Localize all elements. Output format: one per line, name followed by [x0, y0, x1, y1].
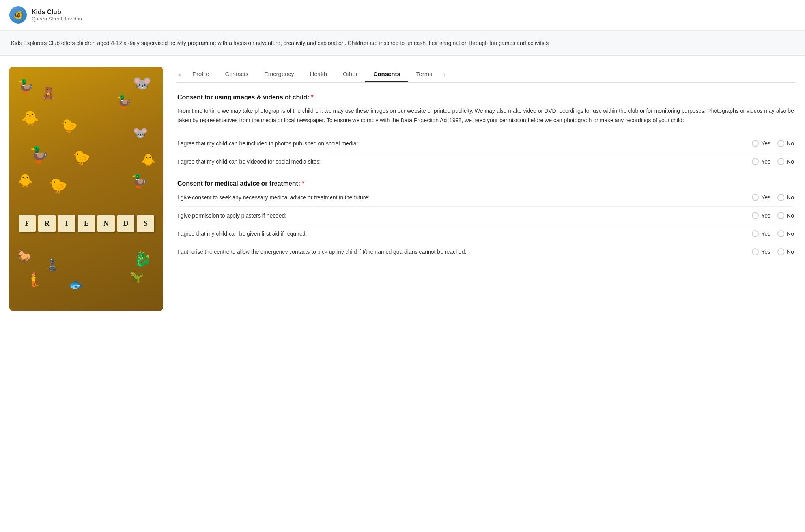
consent-row-social-photos: I agree that my child can be included in… [177, 135, 794, 153]
tab-navigation: ‹ Profile Contacts Emergency Health Othe… [176, 67, 796, 83]
radio-yes-medical-advice[interactable]: Yes [752, 194, 770, 201]
radio-circle-no-pickup[interactable] [777, 248, 784, 255]
radio-circle-no-med[interactable] [777, 194, 784, 201]
radio-yes-plasters[interactable]: Yes [752, 212, 770, 219]
radio-circle-yes-pickup[interactable] [752, 248, 759, 255]
friends-tile-f: F [19, 215, 36, 232]
images-section: Consent for using images & videos of chi… [177, 94, 794, 171]
tab-other[interactable]: Other [335, 67, 366, 82]
tab-next-arrow[interactable]: › [440, 67, 449, 82]
radio-circle-yes-firstaid[interactable] [752, 230, 759, 237]
radio-yes-social-video[interactable]: Yes [752, 158, 770, 165]
consent-text-social-photos: I agree that my child can be included in… [177, 140, 752, 148]
radio-group-social-photos: Yes No [752, 140, 794, 147]
main-layout: 🦆 🧸 🐭 🦆 🐥 🐤 🐭 🦆 🐤 🐥 🐥 🐤 🦆 FRIENDS 🐎 ♟️ 🐉… [0, 56, 805, 322]
consent-text-first-aid: I agree that my child can be given first… [177, 230, 752, 238]
radio-circle-yes-video[interactable] [752, 158, 759, 165]
tab-health[interactable]: Health [302, 67, 335, 82]
description-text: Kids Explorers Club offers children aged… [11, 40, 549, 46]
radio-circle-no-firstaid[interactable] [777, 230, 784, 237]
required-star-medical: * [302, 180, 304, 187]
right-content: ‹ Profile Contacts Emergency Health Othe… [176, 67, 796, 261]
friends-tiles: FRIENDS [19, 215, 154, 232]
tab-emergency[interactable]: Emergency [256, 67, 302, 82]
toy-duck2: 🦆 [116, 94, 132, 109]
toy-minnie: 🐭 [133, 126, 148, 140]
friends-tile-d: D [117, 215, 134, 232]
toy-horse: 🐎 [17, 249, 33, 264]
tab-contacts[interactable]: Contacts [217, 67, 256, 82]
tab-prev-arrow[interactable]: ‹ [176, 67, 185, 82]
toy-knight: ♟️ [45, 258, 60, 272]
toy-duck4: 🐤 [61, 118, 77, 134]
consent-row-medical-advice: I give consent to seek any necessary med… [177, 189, 794, 207]
radio-no-first-aid[interactable]: No [777, 230, 794, 237]
radio-circle-yes-photos[interactable] [752, 140, 759, 147]
radio-group-pickup: Yes No [752, 248, 794, 255]
radio-circle-yes-med[interactable] [752, 194, 759, 201]
toy-dragon: 🐉 [134, 251, 151, 268]
hero-image: 🦆 🧸 🐭 🦆 🐥 🐤 🐭 🦆 🐤 🐥 🐥 🐤 🦆 FRIENDS 🐎 ♟️ 🐉… [9, 67, 163, 311]
consent-text-plasters: I give permission to apply plasters if n… [177, 212, 752, 220]
toy-chick: 🐤 [73, 149, 90, 166]
toy-mermaid: 🧜 [25, 272, 42, 287]
toy-duck5: 🦆 [29, 145, 49, 164]
radio-no-pickup[interactable]: No [777, 248, 794, 255]
org-logo: 🐠 [9, 6, 27, 24]
toy-duck3: 🐥 [21, 110, 39, 126]
friends-tile-r: R [38, 215, 56, 232]
consent-row-plasters: I give permission to apply plasters if n… [177, 207, 794, 225]
toy-yellow1: 🐥 [17, 173, 33, 188]
toy-fish: 🐟 [69, 277, 83, 291]
consent-text-medical-advice: I give consent to seek any necessary med… [177, 193, 752, 202]
description-banner: Kids Explorers Club offers children aged… [0, 30, 805, 56]
tab-profile[interactable]: Profile [185, 67, 217, 82]
radio-circle-no-photos[interactable] [777, 140, 784, 147]
tab-terms[interactable]: Terms [408, 67, 440, 82]
images-section-desc: From time to time we may take photograph… [177, 106, 794, 125]
org-info: Kids Club Queen Street, London [32, 9, 82, 22]
toy-yellow3: 🦆 [131, 173, 148, 189]
friends-tile-s: S [137, 215, 154, 232]
toy-duck6: 🐥 [141, 153, 155, 167]
radio-circle-no-plasters[interactable] [777, 212, 784, 219]
toy-scene: 🦆 🧸 🐭 🦆 🐥 🐤 🐭 🦆 🐤 🐥 🐥 🐤 🦆 FRIENDS 🐎 ♟️ 🐉… [9, 67, 163, 311]
consent-section: Consent for using images & videos of chi… [176, 94, 796, 261]
radio-group-medical-advice: Yes No [752, 194, 794, 201]
friends-tile-e: E [78, 215, 95, 232]
medical-section-title: Consent for medical advice or treatment:… [177, 180, 794, 187]
toy-yellow2: 🐤 [49, 177, 67, 194]
radio-group-social-video: Yes No [752, 158, 794, 165]
consent-row-first-aid: I agree that my child can be given first… [177, 225, 794, 243]
medical-section: Consent for medical advice or treatment:… [177, 180, 794, 261]
consent-text-pickup: I authorise the centre to allow the emer… [177, 248, 752, 256]
radio-no-plasters[interactable]: No [777, 212, 794, 219]
org-address: Queen Street, London [32, 16, 82, 22]
radio-yes-social-photos[interactable]: Yes [752, 140, 770, 147]
toy-duck: 🦆 [17, 78, 34, 94]
radio-no-medical-advice[interactable]: No [777, 194, 794, 201]
toy-mickey: 🐭 [133, 74, 151, 92]
toy-seahorse: 🦖 [130, 270, 144, 283]
radio-no-social-photos[interactable]: No [777, 140, 794, 147]
radio-circle-no-video[interactable] [777, 158, 784, 165]
radio-yes-first-aid[interactable]: Yes [752, 230, 770, 237]
friends-tile-i: I [58, 215, 75, 232]
toy-figure1: 🧸 [41, 86, 56, 100]
consent-row-pickup: I authorise the centre to allow the emer… [177, 243, 794, 261]
consent-row-social-video: I agree that my child can be videoed for… [177, 153, 794, 171]
images-section-title: Consent for using images & videos of chi… [177, 94, 794, 101]
radio-group-plasters: Yes No [752, 212, 794, 219]
org-name: Kids Club [32, 9, 82, 16]
radio-no-social-video[interactable]: No [777, 158, 794, 165]
tab-consents[interactable]: Consents [365, 67, 408, 82]
required-star-images: * [311, 94, 313, 100]
app-header: 🐠 Kids Club Queen Street, London [0, 0, 805, 30]
consent-text-social-video: I agree that my child can be videoed for… [177, 158, 752, 166]
radio-yes-pickup[interactable]: Yes [752, 248, 770, 255]
friends-tile-n: N [97, 215, 115, 232]
radio-circle-yes-plasters[interactable] [752, 212, 759, 219]
radio-group-first-aid: Yes No [752, 230, 794, 237]
